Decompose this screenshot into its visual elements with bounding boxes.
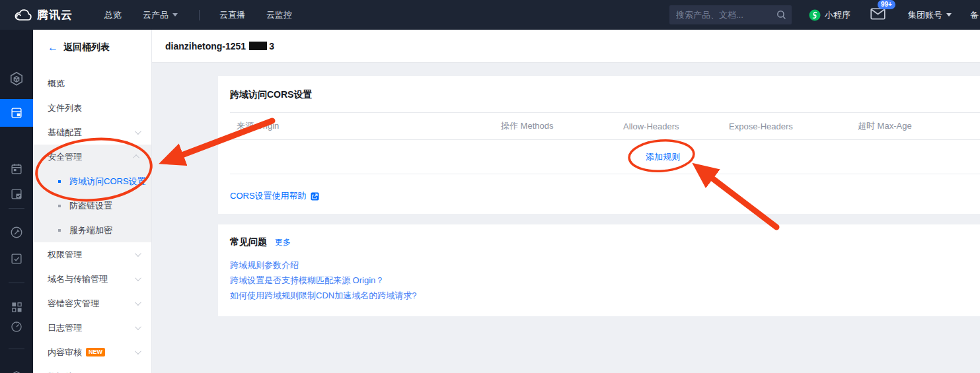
sidebar-item-label: 概览 <box>48 78 65 90</box>
monitor-gauge-icon[interactable] <box>0 320 33 333</box>
bucket-name-title: dianzihetong-1251 3 <box>165 41 274 51</box>
main-content: dianzihetong-1251 3 跨域访问CORS设置 来源 Origin… <box>152 30 980 373</box>
faq-title-row: 常见问题 更多 <box>230 236 980 248</box>
cloud-logo-icon <box>11 8 32 22</box>
search-icon[interactable] <box>776 10 786 20</box>
icon-rail <box>0 30 33 373</box>
faq-link-fuzzy-origin[interactable]: 跨域设置是否支持模糊匹配来源 Origin？ <box>230 273 980 288</box>
back-to-bucket-list[interactable]: 返回桶列表 <box>33 30 151 65</box>
cos-service-icon[interactable] <box>0 71 33 88</box>
bucket-name-prefix: dianzihetong-1251 <box>165 41 246 51</box>
rail-bucket-active-icon[interactable] <box>0 99 33 127</box>
sidebar-item-label: 日志管理 <box>48 322 82 334</box>
sidebar-item-overview[interactable]: 概览 <box>33 71 151 96</box>
tencent-cloud-logo[interactable]: 腾讯云 <box>11 7 73 22</box>
faq-links: 跨域规则参数介绍 跨域设置是否支持模糊匹配来源 Origin？ 如何使用跨域规则… <box>230 257 980 303</box>
sidebar-menu: 概览 文件列表 基础配置 安全管理 跨域访问CORS设置 防盗链设置 服务端加密… <box>33 71 151 373</box>
faq-title: 常见问题 <box>230 236 267 248</box>
new-badge: NEW <box>86 348 105 356</box>
brand-name: 腾讯云 <box>37 7 73 22</box>
cors-help-row: CORS设置使用帮助 <box>230 190 980 202</box>
back-arrow-icon <box>48 42 58 53</box>
bullet-icon <box>58 229 61 232</box>
empty-rules-row: 添加规则 <box>230 140 980 174</box>
task-checkbox-icon[interactable] <box>0 252 33 266</box>
chevron-down-icon <box>135 323 141 330</box>
sidebar-item-cors-settings[interactable]: 跨域访问CORS设置 <box>33 169 151 193</box>
sidebar-item-basic-config[interactable]: 基础配置 <box>33 120 151 145</box>
sidebar-item-data-processing[interactable]: 数据处理 <box>33 364 151 373</box>
search-input[interactable] <box>676 10 776 20</box>
miniprogram-label: 小程序 <box>825 9 850 21</box>
rail-divider <box>9 208 24 209</box>
faq-link-cdn-restrict[interactable]: 如何使用跨域规则限制CDN加速域名的跨域请求? <box>230 288 980 303</box>
sidebar-item-label: 跨域访问CORS设置 <box>69 176 146 187</box>
sidebar-item-domain-transfer[interactable]: 域名与传输管理 <box>33 267 151 291</box>
rail-divider <box>9 349 24 349</box>
mail-count-badge: 99+ <box>878 0 895 9</box>
nav-divider <box>199 10 200 20</box>
external-link-icon[interactable] <box>311 192 319 201</box>
col-methods: 操作 Methods <box>494 120 617 132</box>
cors-table-header: 来源 Origin 操作 Methods Allow-Headers Expos… <box>230 112 980 140</box>
content-area: 跨域访问CORS设置 来源 Origin 操作 Methods Allow-He… <box>218 76 980 316</box>
bucket-name-suffix: 3 <box>269 41 274 51</box>
sidebar-item-security-mgmt[interactable]: 安全管理 <box>33 145 151 169</box>
sidebar-item-label: 服务端加密 <box>69 224 112 236</box>
media-review-icon[interactable] <box>0 187 33 201</box>
chevron-down-icon <box>946 13 952 17</box>
chevron-down-icon <box>135 128 141 135</box>
faq-more-link[interactable]: 更多 <box>275 237 291 248</box>
sidebar-item-hotlink-protection[interactable]: 防盗链设置 <box>33 193 151 218</box>
miniprogram-entry[interactable]: 小程序 <box>809 9 850 21</box>
sidebar-item-permission-mgmt[interactable]: 权限管理 <box>33 242 151 267</box>
sidebar-item-content-review[interactable]: 内容审核NEW <box>33 340 151 364</box>
col-max-age: 超时 Max-Age <box>851 120 980 132</box>
cors-settings-card: 跨域访问CORS设置 来源 Origin 操作 Methods Allow-He… <box>218 76 980 214</box>
col-origin: 来源 Origin <box>230 120 494 132</box>
sidebar-item-label: 权限管理 <box>48 249 82 261</box>
sidebar-item-label: 基础配置 <box>48 127 82 139</box>
mail-entry[interactable]: 99+ <box>870 8 886 22</box>
apps-grid-icon[interactable] <box>0 300 33 314</box>
nav-overview[interactable]: 总览 <box>104 9 122 21</box>
nav-live[interactable]: 云直播 <box>219 9 245 21</box>
account-menu[interactable]: 集团账号 <box>908 9 952 21</box>
faq-card: 常见问题 更多 跨域规则参数介绍 跨域设置是否支持模糊匹配来源 Origin？ … <box>218 224 980 316</box>
top-navbar: 腾讯云 总览 云产品 云直播 云监控 小程序 <box>0 0 980 30</box>
chevron-down-icon <box>135 250 141 257</box>
nav-monitor[interactable]: 云监控 <box>266 9 292 21</box>
sidebar-item-server-encryption[interactable]: 服务端加密 <box>33 218 151 242</box>
chevron-down-icon <box>135 275 141 281</box>
sidebar-item-file-list[interactable]: 文件列表 <box>33 96 151 120</box>
add-rule-button[interactable]: 添加规则 <box>646 151 680 163</box>
nav-beian[interactable]: 备 <box>970 9 979 21</box>
app-root: 腾讯云 总览 云产品 云直播 云监控 小程序 <box>0 0 980 373</box>
cors-rules-table: 来源 Origin 操作 Methods Allow-Headers Expos… <box>230 112 980 174</box>
miniprogram-icon <box>809 9 821 21</box>
page-header: dianzihetong-1251 3 <box>152 30 980 63</box>
cors-help-link[interactable]: CORS设置使用帮助 <box>230 190 307 202</box>
sidebar-item-label: 域名与传输管理 <box>48 273 108 285</box>
chevron-down-icon <box>135 348 141 355</box>
chevron-up-icon <box>133 154 139 161</box>
col-expose-headers: Expose-Headers <box>722 121 851 131</box>
bullet-icon <box>58 205 61 207</box>
rail-divider <box>9 283 24 283</box>
faq-link-cors-params[interactable]: 跨域规则参数介绍 <box>230 257 980 273</box>
account-label: 集团账号 <box>908 9 942 21</box>
sidebar-item-label: 容错容灾管理 <box>48 298 99 310</box>
search-box[interactable] <box>669 5 792 24</box>
nav-cloud-products[interactable]: 云产品 <box>143 9 178 21</box>
sidebar-item-log-mgmt[interactable]: 日志管理 <box>33 316 151 340</box>
calendar-icon[interactable] <box>0 162 33 176</box>
sidebar-item-fault-tolerance[interactable]: 容错容灾管理 <box>33 291 151 316</box>
topnav-right: 小程序 99+ 集团账号 备 <box>669 0 980 30</box>
globe-cube-icon[interactable] <box>0 370 33 373</box>
col-allow-headers: Allow-Headers <box>617 121 722 131</box>
top-nav-items: 总览 云产品 云直播 云监控 <box>104 9 313 21</box>
chevron-down-icon <box>135 299 141 306</box>
tools-icon[interactable] <box>0 225 33 240</box>
sidebar-item-label: 防盗链设置 <box>69 200 112 212</box>
redaction-box <box>249 42 267 50</box>
